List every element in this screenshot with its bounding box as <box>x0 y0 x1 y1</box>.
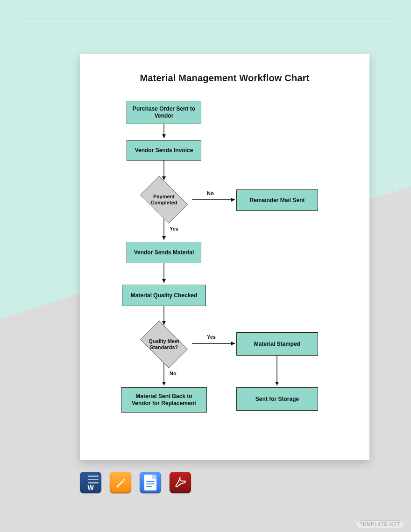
decision-payment-completed: Payment Completed <box>136 181 192 218</box>
node-remainder-mail: Remainder Mail Sent <box>236 189 318 211</box>
google-docs-icon <box>140 472 161 493</box>
node-vendor-invoice: Vendor Sends Invoice <box>127 140 201 161</box>
label-d1-no: No <box>207 190 214 196</box>
format-icons-row: W <box>80 472 191 493</box>
pdf-icon <box>170 472 191 493</box>
document-page: Material Management Workflow Chart Pur <box>80 54 369 460</box>
watermark: TEMPLATE.NET <box>355 520 404 528</box>
node-material-stamped: Material Stamped <box>236 332 318 356</box>
decision-quality-standards: Quality Meet Standards? <box>136 326 192 363</box>
node-sent-storage: Sent for Storage <box>236 387 318 411</box>
word-icon: W <box>80 472 101 493</box>
label-d2-no: No <box>170 371 177 376</box>
label-d2-yes: Yes <box>207 334 216 340</box>
page-title: Material Management Workflow Chart <box>80 73 369 84</box>
node-purchase-order: Purchase Order Sent to Vendor <box>127 101 201 124</box>
flowchart: Purchase Order Sent to Vendor Vendor Sen… <box>80 91 369 455</box>
node-vendor-material: Vendor Sends Material <box>127 242 201 263</box>
outer-frame: Material Management Workflow Chart Pur <box>19 19 392 513</box>
label-d1-yes: Yes <box>170 226 178 231</box>
node-quality-checked: Material Quality Checked <box>122 285 206 306</box>
node-sent-back: Material Sent Back to Vendor for Replace… <box>121 387 207 413</box>
pages-icon <box>110 472 131 493</box>
